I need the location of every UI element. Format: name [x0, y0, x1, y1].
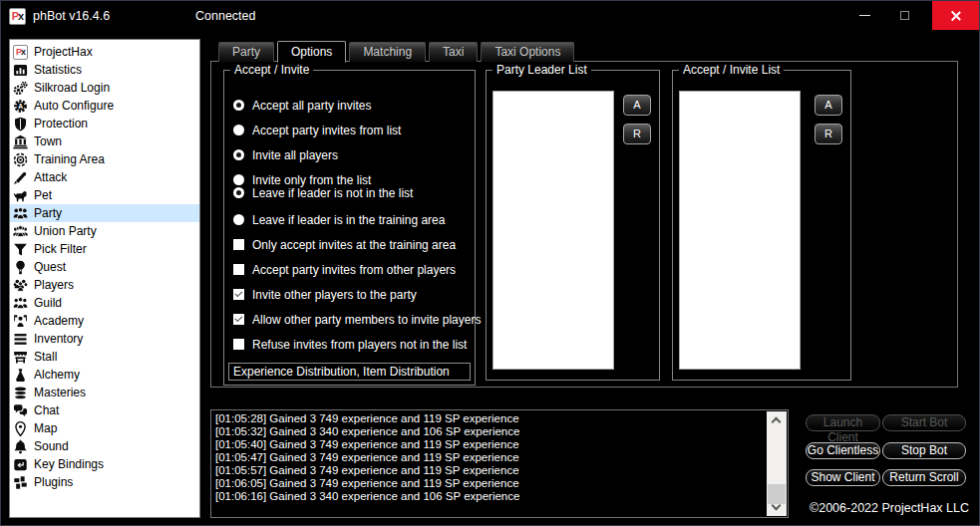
tab-matching[interactable]: Matching	[349, 42, 426, 62]
party-icon	[13, 206, 28, 221]
tab-taxi[interactable]: Taxi	[429, 42, 478, 62]
party-leader-add-button[interactable]: A	[623, 95, 651, 116]
inventory-icon	[13, 332, 28, 347]
log-scrollbar[interactable]	[767, 411, 787, 516]
group-title: Accept / Invite	[230, 63, 313, 77]
sidebar-item-inventory[interactable]: Inventory	[10, 330, 199, 348]
maximize-button[interactable]	[887, 1, 921, 30]
log-line: [01:06:16] Gained 3 340 experience and 1…	[215, 490, 764, 503]
sidebar-item-key-bindings[interactable]: Key Bindings	[10, 455, 199, 473]
key-icon	[13, 457, 28, 472]
sidebar-item-academy[interactable]: Academy	[10, 312, 199, 330]
phbot-window: Px phBot v16.4.6 Connected PxProjectHax …	[0, 0, 980, 526]
shield-icon	[13, 117, 28, 132]
sidebar-item-plugins[interactable]: Plugins	[10, 473, 199, 491]
sidebar-item-statistics[interactable]: Statistics	[10, 61, 199, 79]
sidebar-item-pet[interactable]: Pet	[10, 186, 199, 204]
sidebar-item-chat[interactable]: Chat	[10, 401, 199, 419]
chat-icon	[13, 403, 28, 418]
start-bot-button[interactable]: Start Bot	[882, 414, 966, 431]
sidebar-item-sound[interactable]: Sound	[10, 437, 199, 455]
radio-invite-all-players[interactable]: Invite all players	[233, 148, 338, 161]
tab-taxi-options[interactable]: Taxi Options	[481, 42, 574, 62]
radio-icon[interactable]	[233, 174, 244, 185]
academy-icon	[13, 314, 28, 329]
checkbox-icon[interactable]	[233, 314, 244, 325]
union-party-icon	[13, 224, 28, 239]
accept-invite-remove-button[interactable]: R	[815, 124, 842, 144]
launch-client-button[interactable]: Launch Client	[806, 414, 880, 431]
radio-icon[interactable]	[233, 125, 244, 135]
tab-options[interactable]: Options	[277, 41, 346, 63]
party-leader-remove-button[interactable]: R	[623, 124, 651, 144]
sidebar-item-auto-configure[interactable]: Auto Configure	[10, 97, 199, 115]
connection-status: Connected	[195, 1, 255, 31]
sidebar-item-players[interactable]: Players	[10, 276, 199, 294]
log-lines: [01:05:28] Gained 3 749 experience and 1…	[215, 412, 764, 503]
sidebar-item-training-area[interactable]: Training Area	[10, 150, 199, 168]
radio-icon[interactable]	[233, 187, 244, 198]
checkbox-allow-members-invite[interactable]: Allow other party members to invite play…	[233, 313, 481, 326]
checkbox-refuse-invites-not-in-list[interactable]: Refuse invites from players not in the l…	[233, 338, 467, 351]
checkbox-icon[interactable]	[233, 289, 244, 300]
close-button[interactable]	[932, 1, 979, 30]
bell-icon	[13, 439, 28, 454]
group-title: Accept / Invite List	[679, 63, 784, 77]
sidebar-item-alchemy[interactable]: Alchemy	[10, 366, 199, 384]
sidebar-item-guild[interactable]: Guild	[10, 294, 199, 312]
checkbox-icon[interactable]	[233, 264, 244, 275]
radio-icon[interactable]	[233, 149, 244, 160]
options-panel: Accept / Invite Accept all party invites…	[210, 61, 958, 388]
masteries-icon	[13, 386, 28, 400]
accept-invite-list-group: Accept / Invite List A R	[672, 70, 851, 381]
checkbox-icon[interactable]	[233, 339, 244, 350]
sidebar-item-pick-filter[interactable]: Pick Filter	[10, 240, 199, 258]
statistics-icon	[13, 63, 28, 78]
distribution-field[interactable]: Experience Distribution, Item Distributi…	[228, 363, 471, 381]
radio-accept-party-invites-from-list[interactable]: Accept party invites from list	[233, 124, 401, 136]
checkbox-only-accept-invites-training-area[interactable]: Only accept invites at the training area	[233, 238, 456, 251]
players-icon	[13, 278, 28, 293]
sidebar-item-town[interactable]: Town	[10, 132, 199, 150]
projecthax-logo-icon: Px	[13, 45, 28, 60]
radio-leave-if-leader-not-in-list[interactable]: Leave if leader is not in the list	[233, 186, 413, 199]
return-scroll-button[interactable]: Return Scroll	[882, 469, 966, 486]
close-icon	[950, 10, 962, 22]
log-line: [01:06:05] Gained 3 749 experience and 1…	[215, 477, 764, 490]
sidebar-item-map[interactable]: Map	[10, 419, 199, 437]
log-output[interactable]: [01:05:28] Gained 3 749 experience and 1…	[210, 409, 789, 518]
minimize-button[interactable]	[843, 1, 885, 30]
radio-accept-all-party-invites[interactable]: Accept all party invites	[233, 99, 371, 112]
window-title: phBot v16.4.6	[33, 1, 110, 31]
radio-leave-if-leader-in-training-area[interactable]: Leave if leader is in the training area	[233, 213, 445, 226]
sidebar-item-stall[interactable]: Stall	[10, 348, 199, 366]
accept-invite-list[interactable]	[679, 91, 801, 370]
sidebar-item-protection[interactable]: Protection	[10, 115, 199, 132]
phbot-logo-icon: Px	[9, 8, 26, 25]
target-icon	[13, 152, 28, 167]
stop-bot-button[interactable]: Stop Bot	[882, 442, 966, 459]
balloon-icon	[13, 260, 28, 275]
show-client-button[interactable]: Show Client	[806, 469, 880, 486]
tab-party[interactable]: Party	[218, 42, 274, 62]
radio-invite-only-from-list[interactable]: Invite only from the list	[233, 173, 371, 186]
stall-icon	[13, 350, 28, 365]
sidebar-item-attack[interactable]: Attack	[10, 168, 199, 186]
sidebar-item-silkroad-login[interactable]: Silkroad Login	[10, 79, 199, 97]
sidebar-item-party[interactable]: Party	[10, 204, 199, 222]
radio-icon[interactable]	[233, 100, 244, 111]
titlebar: Px phBot v16.4.6 Connected	[1, 1, 979, 31]
maximize-icon	[900, 11, 909, 20]
scroll-up-icon[interactable]	[772, 417, 782, 427]
radio-icon[interactable]	[233, 214, 244, 225]
checkbox-invite-other-players[interactable]: Invite other players to the party	[233, 288, 417, 301]
sidebar-item-quest[interactable]: Quest	[10, 258, 199, 276]
accept-invite-add-button[interactable]: A	[815, 95, 842, 116]
sidebar-item-union-party[interactable]: Union Party	[10, 222, 199, 240]
party-leader-list[interactable]	[492, 91, 614, 370]
checkbox-accept-invites-other-players[interactable]: Accept party invites from other players	[233, 263, 456, 276]
sidebar-item-projecthax[interactable]: PxProjectHax	[10, 43, 199, 61]
go-clientless-button[interactable]: Go Clientless	[806, 442, 880, 459]
sidebar-item-masteries[interactable]: Masteries	[10, 384, 199, 401]
checkbox-icon[interactable]	[233, 239, 244, 250]
